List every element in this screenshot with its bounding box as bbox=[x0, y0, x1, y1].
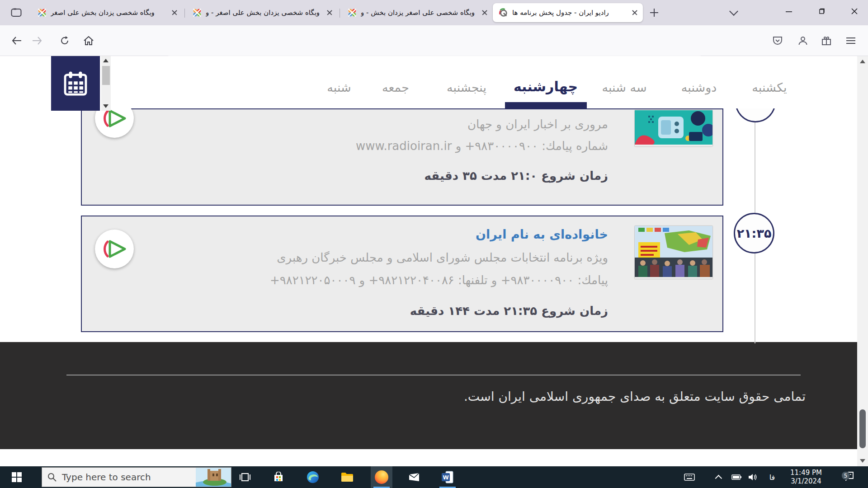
tab-title: وبگاه شخصی یزدان بخش علی اصغر bbox=[51, 9, 168, 17]
firefox-view-icon[interactable] bbox=[8, 6, 24, 19]
window-minimize-button[interactable] bbox=[780, 4, 798, 19]
speaker-icon bbox=[748, 474, 757, 481]
battery-button[interactable] bbox=[729, 466, 744, 488]
reload-icon[interactable] bbox=[57, 33, 73, 49]
windows-taskbar: Type here to search bbox=[0, 466, 868, 488]
battery-icon bbox=[731, 474, 741, 480]
menu-hamburger-icon[interactable] bbox=[843, 33, 859, 49]
svg-text:W: W bbox=[443, 474, 448, 481]
tab-day-tuesday[interactable]: سه شنبه bbox=[602, 80, 646, 94]
program-card-2[interactable]: خانواده‌ای به نام ایران ویژه برنامه انتخ… bbox=[81, 216, 723, 332]
window-close-button[interactable] bbox=[845, 4, 863, 19]
program-subtitle: ویژه برنامه انتخابات مجلس شورای اسلامی و… bbox=[277, 251, 608, 264]
tab-title: رادیو ایران - جدول پخش برنامه ها bbox=[512, 9, 628, 17]
clock-time: 11:49 PM bbox=[790, 469, 822, 477]
screen: وبگاه شخصی یزدان بخش علی اصغر وبگاه شخصی… bbox=[0, 0, 868, 488]
browser-scrollbar[interactable] bbox=[857, 56, 868, 466]
firefox-button-active[interactable] bbox=[371, 466, 392, 488]
tab-day-friday[interactable]: جمعه bbox=[382, 80, 409, 94]
footer-copyright: تمامی حقوق سایت متعلق به صدای جمهوری اسل… bbox=[464, 389, 806, 404]
program-contact-line: شماره پیامك: ‪+۹۸۳۰۰۰۰۹۰۰‬ و www.radioir… bbox=[356, 139, 608, 153]
file-explorer-button[interactable] bbox=[337, 466, 357, 488]
mail-icon bbox=[408, 473, 420, 482]
page-content: ۲۱:۰ ۲۱:۳۵ مروری بر اخبار ایران و جهان ش… bbox=[0, 56, 857, 466]
notification-badge: 5 bbox=[841, 471, 850, 480]
task-view-button[interactable] bbox=[235, 466, 255, 488]
radio-iran-favicon-icon bbox=[498, 8, 508, 18]
tab-title: وبگاه شخصی یزدان بخش علی اصغر - و bbox=[206, 9, 323, 17]
taskbar-search[interactable]: Type here to search bbox=[42, 467, 231, 487]
microsoft-store-button[interactable] bbox=[269, 466, 288, 488]
tab-day-saturday[interactable]: شنبه bbox=[327, 80, 351, 94]
store-bag-icon bbox=[273, 472, 284, 483]
gift-icon[interactable] bbox=[818, 33, 835, 49]
calendar-button[interactable] bbox=[51, 56, 100, 111]
footer-divider bbox=[66, 375, 801, 375]
firefox-icon bbox=[375, 470, 388, 484]
mini-scrollbar-thumb[interactable] bbox=[102, 66, 110, 85]
tab-2[interactable]: وبگاه شخصی یزدان بخش علی اصغر - و bbox=[187, 3, 338, 22]
clock-date: 3/1/2024 bbox=[791, 477, 821, 486]
program-title[interactable]: خانواده‌ای به نام ایران bbox=[476, 227, 608, 241]
search-highlight-image[interactable] bbox=[196, 467, 231, 487]
hidden-icons-chevron[interactable] bbox=[712, 466, 726, 488]
tab-separator bbox=[340, 9, 340, 18]
search-placeholder: Type here to search bbox=[62, 472, 196, 483]
joomla-favicon-icon bbox=[348, 8, 357, 17]
joomla-favicon-icon bbox=[38, 8, 47, 17]
tab-day-wednesday-active[interactable]: چهارشنبه bbox=[514, 79, 578, 94]
task-view-icon bbox=[240, 473, 250, 482]
tab-title: وبگاه شخصی علی اصغر یزدان بخش - و bbox=[361, 9, 478, 17]
tab-close-icon[interactable] bbox=[632, 10, 637, 15]
word-button[interactable]: W bbox=[437, 466, 458, 488]
new-tab-button[interactable] bbox=[649, 7, 660, 18]
mini-scrollbar[interactable] bbox=[101, 56, 111, 111]
scroll-down-icon[interactable] bbox=[103, 104, 108, 108]
account-icon[interactable] bbox=[795, 33, 811, 49]
scrollbar-thumb[interactable] bbox=[859, 409, 866, 448]
tab-3[interactable]: وبگاه شخصی علی اصغر یزدان بخش - و bbox=[342, 3, 493, 22]
window-maximize-button[interactable] bbox=[812, 4, 830, 19]
tab-close-icon[interactable] bbox=[172, 10, 177, 15]
weekday-nav: شنبه جمعه پنجشنبه چهارشنبه سه شنبه دوشنب… bbox=[0, 56, 857, 108]
pocket-icon[interactable] bbox=[769, 33, 786, 49]
search-icon bbox=[47, 473, 57, 482]
program-subtitle: مروری بر اخبار ایران و جهان bbox=[467, 117, 608, 131]
forward-icon[interactable] bbox=[29, 33, 45, 49]
program-card-1[interactable]: مروری بر اخبار ایران و جهان شماره پیامك:… bbox=[81, 108, 723, 206]
calendar-icon bbox=[62, 70, 89, 97]
scrollbar-up-icon[interactable] bbox=[860, 60, 865, 63]
edge-button[interactable] bbox=[303, 466, 323, 488]
home-icon[interactable] bbox=[80, 33, 97, 49]
touch-keyboard-icon bbox=[684, 474, 695, 481]
tab-day-thursday[interactable]: پنجشنبه bbox=[447, 80, 486, 94]
tab-close-icon[interactable] bbox=[482, 10, 487, 15]
program-thumbnail-radio bbox=[635, 110, 712, 146]
list-tabs-chevron-icon[interactable] bbox=[729, 7, 738, 16]
play-button[interactable] bbox=[95, 230, 134, 268]
edge-icon bbox=[307, 471, 319, 483]
file-explorer-icon bbox=[341, 472, 354, 483]
scroll-up-icon[interactable] bbox=[103, 59, 108, 62]
tab-4-active[interactable]: رادیو ایران - جدول پخش برنامه ها bbox=[493, 3, 643, 22]
taskbar-clock[interactable]: 11:49 PM 3/1/2024 bbox=[784, 466, 828, 488]
language-indicator[interactable]: فا bbox=[763, 466, 781, 488]
browser-tab-bar: وبگاه شخصی یزدان بخش علی اصغر وبگاه شخصی… bbox=[0, 0, 868, 25]
scrollbar-down-icon[interactable] bbox=[860, 459, 865, 463]
back-icon[interactable] bbox=[9, 33, 25, 49]
tab-separator bbox=[184, 9, 185, 18]
touch-keyboard-button[interactable] bbox=[680, 466, 698, 488]
volume-button[interactable] bbox=[745, 466, 760, 488]
joomla-favicon-icon bbox=[193, 8, 202, 17]
tab-day-sunday[interactable]: یکشنبه bbox=[752, 80, 787, 94]
page-footer: تمامی حقوق سایت متعلق به صدای جمهوری اسل… bbox=[0, 342, 857, 449]
program-contact-line: پیامك: ‪+۹۸۳۰۰۰۰۹۰۰‬ و تلفنها: ‪+۹۸۲۱۲۲۰… bbox=[270, 273, 608, 287]
program-time-info: زمان شروع ۲۱:۳۵ مدت ۱۴۴ دقیقه bbox=[410, 304, 608, 318]
tab-day-monday[interactable]: دوشنبه bbox=[681, 80, 717, 94]
action-center-button[interactable]: 5 bbox=[839, 466, 859, 488]
tab-close-icon[interactable] bbox=[327, 10, 332, 15]
mail-button[interactable] bbox=[404, 466, 424, 488]
start-button[interactable] bbox=[5, 466, 28, 488]
timeline-time-badge: ۲۱:۳۵ bbox=[734, 213, 774, 253]
tab-1[interactable]: وبگاه شخصی یزدان بخش علی اصغر bbox=[32, 3, 183, 22]
